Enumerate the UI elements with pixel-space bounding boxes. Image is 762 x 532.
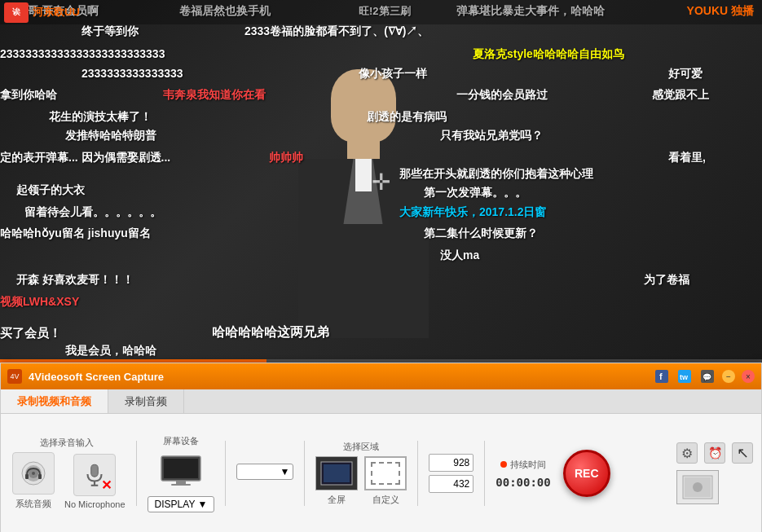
audio-input-label: 选择录音输入	[9, 437, 126, 449]
gear-icon: ⚙	[681, 446, 693, 461]
svg-rect-11	[38, 474, 42, 479]
fullscreen-preview[interactable]	[315, 456, 358, 490]
fullscreen-label: 全屏	[328, 494, 346, 506]
alarm-icon: ⏰	[708, 446, 722, 459]
speaker-icon	[20, 460, 46, 486]
system-audio-control: 系统音频	[9, 452, 58, 510]
capture-window: 4V 4Videosoft Screen Capture f tw 💬 − × …	[0, 363, 762, 532]
fullscreen-icon	[320, 461, 353, 486]
tab-bar: 录制视频和音频 录制音频	[1, 389, 761, 414]
monitor-icon	[160, 451, 202, 493]
custom-preview[interactable]	[364, 456, 407, 490]
dropdown-arrow-icon-2: ▼	[280, 466, 289, 477]
settings-gear-icon[interactable]: ⚙	[676, 442, 698, 464]
region-controls: 全屏 自定义	[315, 456, 407, 506]
custom-region-outline	[371, 462, 400, 485]
width-row	[429, 454, 473, 472]
svg-rect-18	[171, 484, 191, 486]
fullscreen-option: 全屏	[315, 456, 358, 506]
title-bar: 4V 4Videosoft Screen Capture f tw 💬 − ×	[1, 363, 761, 389]
tab-audio-only[interactable]: 录制音频	[108, 389, 184, 413]
svg-text:💬: 💬	[703, 372, 712, 382]
site-logo-icon: 诶	[4, 2, 29, 23]
duration-time: 00:00:00	[496, 476, 550, 489]
controls-area: 选择录音输入	[1, 414, 761, 532]
microphone-label: No Microphone	[64, 499, 126, 509]
system-audio-button[interactable]	[12, 452, 55, 495]
separator-3	[304, 441, 305, 506]
region-label: 选择区域	[315, 441, 407, 453]
separator-4	[417, 441, 418, 506]
move-cursor-icon: ✛	[372, 168, 390, 195]
region-section: 选择区域 全屏 自定义	[315, 441, 407, 506]
site-name: 河东欧UU	[33, 5, 80, 20]
screen-device-section: 屏幕设备 DISPLAY ▼	[148, 435, 215, 512]
svg-point-23	[693, 482, 703, 492]
alarm-icon-btn[interactable]: ⏰	[704, 442, 725, 464]
youku-badge: YOUKU 独播	[687, 4, 754, 19]
svg-text:f: f	[659, 372, 663, 381]
monitor-svg	[160, 455, 202, 489]
dropdown-arrow-icon: ▼	[197, 499, 207, 510]
height-row	[429, 475, 473, 493]
microphone-button[interactable]: ✕	[73, 454, 116, 496]
svg-rect-16	[164, 459, 198, 478]
video-figure	[274, 53, 453, 363]
close-button[interactable]: ×	[742, 370, 755, 383]
separator-2	[225, 441, 226, 506]
svg-point-9	[32, 472, 35, 475]
svg-rect-12	[91, 464, 99, 477]
audio-controls: 系统音频 ✕ No Microphone	[9, 452, 126, 510]
facebook-icon-btn[interactable]: f	[654, 368, 670, 385]
duration-label-row: 持续时间	[500, 459, 546, 471]
width-input[interactable]	[429, 454, 473, 472]
rec-button[interactable]: REC	[563, 450, 610, 497]
logo-area: 诶 河东欧UU	[0, 2, 80, 23]
svg-text:tw: tw	[680, 373, 689, 381]
microphone-control: ✕ No Microphone	[64, 454, 126, 509]
display-dropdown[interactable]: DISPLAY ▼	[148, 496, 215, 512]
duration-section: 持续时间 00:00:00	[496, 459, 550, 489]
size-section	[429, 454, 473, 493]
secondary-dropdown-section: ▼	[236, 464, 293, 483]
separator-1	[136, 441, 137, 506]
video-player: 诶 河东欧UU YOUKU 独播 ✛ 那位哥 哥有会员啊卷福居然也换手机旺!2第…	[0, 0, 762, 363]
screenshot-preview-btn[interactable]	[676, 470, 719, 504]
separator-5	[484, 441, 485, 506]
minimize-button[interactable]: −	[722, 370, 735, 383]
screenshot-icon	[682, 475, 713, 499]
cursor-arrow-icon: ↖	[737, 444, 749, 462]
cursor-icon-btn[interactable]: ↖	[732, 442, 753, 464]
right-icons-bottom-row	[676, 470, 753, 504]
custom-option: 自定义	[364, 456, 407, 506]
audio-input-section: 选择录音输入	[9, 437, 126, 510]
height-input[interactable]	[429, 475, 473, 493]
tab-video-audio[interactable]: 录制视频和音频	[1, 389, 108, 413]
video-top-bar: 诶 河东欧UU YOUKU 独播	[0, 0, 762, 24]
duration-text: 持续时间	[510, 459, 546, 471]
svg-rect-17	[176, 481, 186, 484]
app-title: 4Videosoft Screen Capture	[29, 371, 654, 383]
figure-body	[298, 159, 429, 338]
custom-label: 自定义	[372, 494, 399, 506]
app-icon: 4V	[7, 369, 22, 384]
chat-icon-btn[interactable]: 💬	[699, 368, 716, 385]
microphone-x-mark: ✕	[101, 479, 112, 492]
title-icons: f tw 💬 − ×	[654, 368, 755, 385]
screen-device-label: 屏幕设备	[163, 435, 199, 447]
figure-head	[331, 69, 396, 143]
duration-dot	[500, 461, 507, 468]
svg-rect-20	[324, 464, 350, 482]
right-icons-top-row: ⚙ ⏰ ↖	[676, 442, 753, 464]
system-audio-label: 系统音频	[15, 498, 51, 510]
twitter-icon-btn[interactable]: tw	[676, 368, 693, 385]
right-icons-panel: ⚙ ⏰ ↖	[676, 442, 753, 504]
svg-rect-10	[25, 474, 29, 479]
app-icon-label: 4V	[10, 372, 19, 380]
secondary-dropdown[interactable]: ▼	[236, 464, 293, 480]
